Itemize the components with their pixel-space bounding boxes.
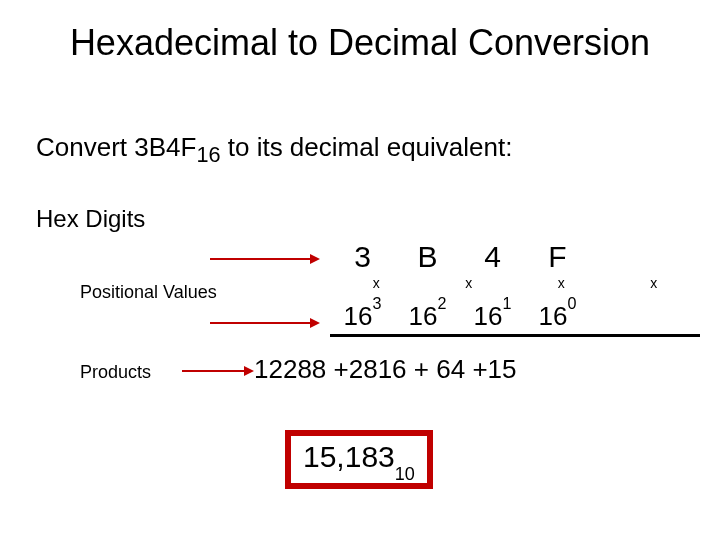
pv-exp: 0 <box>567 294 576 312</box>
subtitle-subscript: 16 <box>196 142 220 167</box>
positional-values-row: 163 162 161 160 <box>330 300 590 332</box>
product-term: + 64 <box>414 354 465 384</box>
hex-digit: B <box>395 240 460 274</box>
pv-base: 16 <box>474 301 503 331</box>
product-term: +2816 <box>334 354 407 384</box>
slide-title: Hexadecimal to Decimal Conversion <box>0 22 720 64</box>
product-term: 12288 <box>254 354 326 384</box>
hex-digit: 4 <box>460 240 525 274</box>
pv-exp: 1 <box>502 294 511 312</box>
pv-base: 16 <box>344 301 373 331</box>
multiply-row: x x x x <box>330 275 700 291</box>
label-products: Products <box>80 362 151 383</box>
label-positional-values: Positional Values <box>80 282 217 303</box>
hex-digit: 3 <box>330 240 395 274</box>
positional-value: 162 <box>395 300 460 332</box>
answer-value: 15,183 <box>303 440 395 473</box>
hex-digits-row: 3 B 4 F <box>330 240 590 274</box>
products-row: 12288 +2816 + 64 +15 <box>254 354 516 385</box>
times-icon: x <box>608 275 701 291</box>
pv-base: 16 <box>409 301 438 331</box>
arrow-positional <box>210 322 310 324</box>
arrow-hex <box>210 258 310 260</box>
times-icon: x <box>330 275 423 291</box>
times-icon: x <box>423 275 516 291</box>
answer-subscript: 10 <box>395 464 415 484</box>
subtitle: Convert 3B4F16 to its decimal equivalent… <box>36 132 512 168</box>
pv-base: 16 <box>539 301 568 331</box>
pv-exp: 2 <box>437 294 446 312</box>
product-term: +15 <box>472 354 516 384</box>
times-icon: x <box>515 275 608 291</box>
arrow-products <box>182 370 244 372</box>
label-hex-digits: Hex Digits <box>36 205 145 233</box>
answer-box: 15,18310 <box>285 430 433 489</box>
positional-value: 163 <box>330 300 395 332</box>
subtitle-suffix: to its decimal equivalent: <box>221 132 513 162</box>
subtitle-prefix: Convert 3B4F <box>36 132 196 162</box>
underline-divider <box>330 334 700 337</box>
positional-value: 161 <box>460 300 525 332</box>
positional-value: 160 <box>525 300 590 332</box>
hex-digit: F <box>525 240 590 274</box>
pv-exp: 3 <box>372 294 381 312</box>
